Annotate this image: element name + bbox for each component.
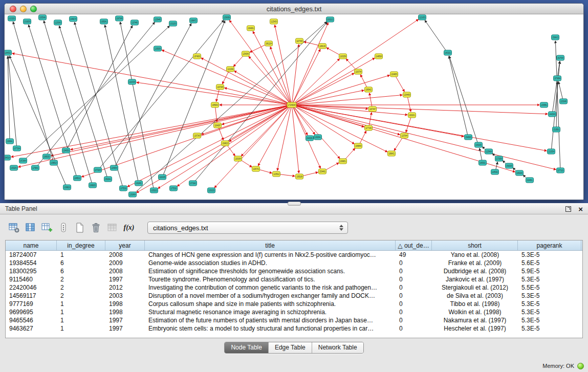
splitter-handle[interactable]	[288, 202, 301, 206]
graph-node[interactable]: 1221390	[227, 67, 234, 72]
table-cell[interactable]: 0	[396, 259, 432, 267]
graph-edge[interactable]	[75, 23, 123, 186]
graph-node[interactable]: 1135445	[154, 17, 162, 22]
graph-node[interactable]: 1086431	[388, 151, 396, 156]
table-cell[interactable]: 0	[396, 325, 432, 332]
graph-edge[interactable]	[406, 118, 411, 133]
graph-node[interactable]: 1073104	[94, 167, 102, 172]
graph-node[interactable]: 1099651	[339, 159, 347, 164]
graph-node[interactable]: 1173056	[495, 156, 503, 161]
graph-node[interactable]: 1094318	[5, 155, 11, 160]
graph-edge[interactable]	[449, 56, 467, 135]
graph-node[interactable]: 1130153	[208, 188, 215, 193]
graph-node[interactable]: 1163258	[339, 54, 347, 59]
table-cell[interactable]: 1997	[105, 325, 145, 332]
table-row[interactable]: 2242004622012Investigating the contribut…	[6, 283, 582, 292]
graph-node[interactable]: 1872464	[19, 158, 27, 163]
table-cell[interactable]: 1	[57, 300, 105, 308]
graph-node[interactable]: 1186130	[319, 43, 326, 49]
table-cell[interactable]: 2	[57, 284, 105, 291]
table-cell[interactable]: 1998	[105, 300, 145, 308]
graph-node[interactable]: 1065301	[479, 160, 487, 165]
graph-edge[interactable]	[360, 75, 367, 87]
graph-node[interactable]: 1254349	[242, 51, 250, 56]
graph-edge[interactable]	[396, 76, 404, 92]
graph-node[interactable]: 1068203	[89, 183, 97, 188]
graph-node[interactable]: 1562041	[104, 177, 112, 182]
graph-node[interactable]: 2093102	[326, 17, 334, 22]
graph-node[interactable]: 1094515	[222, 141, 229, 146]
graph-node[interactable]: 1167447	[369, 106, 377, 112]
graph-edge[interactable]	[407, 97, 410, 112]
graph-node[interactable]: 1827434	[557, 55, 564, 60]
graph-node[interactable]: 1874093	[193, 54, 201, 59]
table-cell[interactable]: 6	[57, 259, 105, 267]
graph-node[interactable]: 1101534	[128, 79, 136, 84]
graph-edge[interactable]	[558, 82, 562, 99]
graph-edge[interactable]	[449, 56, 477, 143]
graph-node[interactable]: 1276041	[32, 165, 39, 170]
graph-edge[interactable]	[227, 145, 235, 156]
graph-edge[interactable]	[259, 169, 272, 173]
table-cell[interactable]: Yano et al. (2008)	[432, 251, 518, 258]
table-cell[interactable]: 0	[396, 317, 432, 324]
table-row[interactable]: 1830029562008Estimation of significance …	[6, 267, 582, 275]
table-row[interactable]: 946554611997Estimation of the future num…	[6, 316, 582, 324]
table-cell[interactable]: Embryonic stem cells: a model to study s…	[145, 325, 396, 332]
graph-node[interactable]: 1075316	[120, 186, 127, 191]
graph-edge[interactable]	[294, 58, 375, 103]
table-cell[interactable]: 9115460	[6, 276, 57, 283]
table-cell[interactable]: Tibbo et al. (1998)	[432, 300, 518, 308]
table-cell[interactable]: 0	[396, 309, 432, 316]
table-cell[interactable]: 1998	[105, 309, 145, 316]
graph-node[interactable]: 1441543	[549, 112, 556, 117]
table-cell[interactable]: Wolkin et al. (1998)	[432, 309, 518, 316]
network-canvas[interactable]: 1724004186120412543491221390119734510850…	[5, 14, 583, 200]
table-cell[interactable]: 5.6E-5	[518, 259, 581, 267]
graph-node[interactable]: 1093205	[475, 142, 483, 147]
graph-edge[interactable]	[294, 107, 340, 159]
table-cell[interactable]: 0	[396, 268, 432, 275]
graph-edge[interactable]	[294, 106, 354, 144]
graph-edge[interactable]	[345, 148, 355, 160]
graph-node[interactable]: 1519581	[553, 127, 560, 132]
column-header-0[interactable]: name	[6, 240, 57, 250]
graph-edge[interactable]	[137, 82, 289, 104]
graph-edge[interactable]	[241, 160, 252, 167]
delete-column-icon[interactable]	[89, 220, 103, 235]
graph-edge[interactable]	[304, 42, 319, 46]
graph-node[interactable]: 1107430	[296, 38, 303, 43]
graph-node[interactable]: 1177160	[365, 125, 373, 130]
table-cell[interactable]: Investigating the contribution of common…	[145, 284, 396, 291]
graph-node[interactable]: 1262041	[314, 135, 322, 140]
table-settings-icon[interactable]	[7, 220, 21, 235]
graph-edge[interactable]	[295, 105, 400, 135]
graph-edge[interactable]	[302, 172, 318, 176]
table-cell[interactable]: 9777169	[6, 300, 57, 308]
graph-edge[interactable]	[295, 105, 548, 114]
table-cell[interactable]: 9463627	[6, 325, 57, 332]
float-panel-icon[interactable]	[565, 206, 571, 212]
graph-edge[interactable]	[279, 174, 295, 177]
graph-edge[interactable]	[222, 71, 229, 84]
table-cell[interactable]: 9465546	[6, 317, 57, 324]
graph-node[interactable]: 1207044	[401, 133, 408, 138]
graph-node[interactable]: 1175316	[170, 186, 178, 191]
graph-node[interactable]: 1264054	[111, 165, 118, 170]
tab-edge-table[interactable]: Edge Table	[269, 342, 312, 353]
graph-node[interactable]: 1145302	[491, 169, 499, 174]
table-cell[interactable]: 0	[396, 276, 432, 283]
graph-node[interactable]: 1590305	[506, 163, 513, 168]
table-row[interactable]: 1456911722003Disruption of a novel membe…	[6, 292, 582, 300]
graph-node[interactable]: 1095189	[296, 174, 303, 179]
graph-node[interactable]: 1092451	[135, 181, 143, 186]
graph-edge[interactable]	[552, 61, 560, 149]
graph-edge[interactable]	[293, 23, 328, 102]
tab-node-table[interactable]: Node Table	[225, 342, 269, 353]
graph-node[interactable]: 1181664	[234, 156, 242, 161]
graph-node[interactable]: 1197343	[193, 133, 201, 138]
table-row[interactable]: 1872400712008Changes of HCN gene express…	[6, 251, 582, 259]
graph-node[interactable]: 1159058	[223, 15, 231, 20]
table-row[interactable]: 911546021997Tourette syndrome. Phenomeno…	[6, 275, 582, 283]
graph-node[interactable]: 1085462	[365, 87, 373, 92]
